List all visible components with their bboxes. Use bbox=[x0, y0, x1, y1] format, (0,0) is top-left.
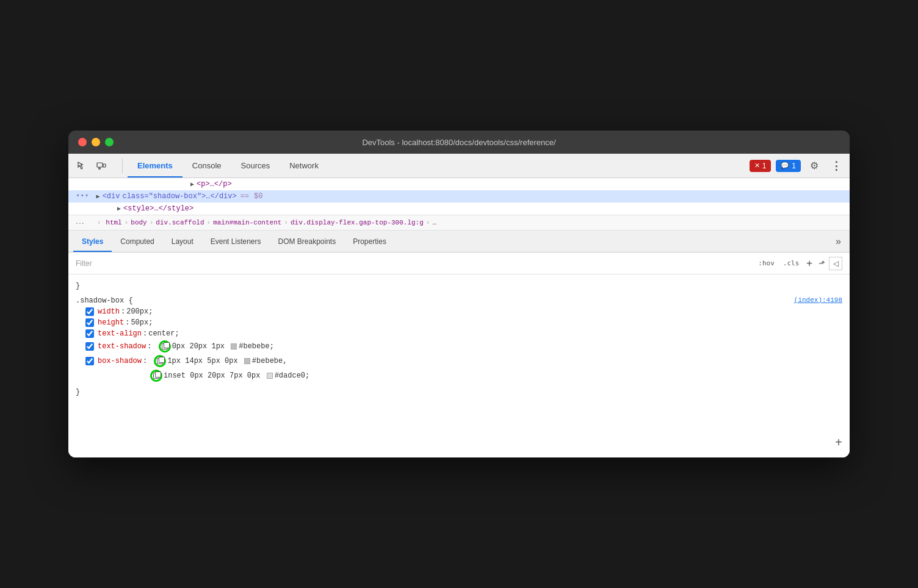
breadcrumb: ··· › html › body › div.scaffold › main#… bbox=[68, 215, 850, 231]
box-shadow-copy-icon-1[interactable] bbox=[154, 355, 166, 367]
dom-row[interactable]: ▶ <style>…</style> bbox=[68, 203, 850, 215]
tab-event-listeners[interactable]: Event Listeners bbox=[202, 231, 270, 252]
toolbar-divider bbox=[122, 159, 123, 173]
tab-console[interactable]: Console bbox=[183, 154, 231, 177]
window-title: DevTools - localhost:8080/docs/devtools/… bbox=[362, 138, 555, 147]
devtools-body: Elements Console Sources Network ✕ 1 bbox=[68, 154, 850, 457]
css-source-link[interactable]: (index):4198 bbox=[794, 296, 842, 304]
breadcrumb-div-scaffold[interactable]: div.scaffold bbox=[156, 219, 204, 226]
add-rule-button[interactable]: + bbox=[805, 257, 814, 269]
tab-elements[interactable]: Elements bbox=[128, 154, 183, 177]
maximize-button[interactable] bbox=[105, 138, 114, 146]
settings-icon[interactable]: ⚙ bbox=[806, 157, 823, 174]
toolbar-icons bbox=[73, 157, 110, 174]
text-shadow-swatch[interactable] bbox=[231, 343, 237, 350]
filter-bar: :hov .cls + ⬏ ◁ bbox=[68, 253, 850, 274]
breadcrumb-html[interactable]: html bbox=[106, 219, 121, 226]
breadcrumb-body[interactable]: body bbox=[131, 219, 146, 226]
rule-close-brace: } bbox=[76, 385, 842, 399]
more-options-icon[interactable]: ⋮ bbox=[828, 157, 845, 174]
message-icon: 💬 bbox=[781, 162, 789, 170]
dom-row-selected[interactable]: ••• ▶ <div class="shadow-box" >…</div> =… bbox=[68, 190, 850, 203]
css-rule-header: .shadow-box { (index):4198 bbox=[76, 293, 842, 306]
tab-computed[interactable]: Computed bbox=[112, 231, 162, 252]
toolbar-right: ✕ 1 💬 1 ⚙ ⋮ bbox=[750, 157, 845, 174]
tab-styles[interactable]: Styles bbox=[73, 231, 112, 252]
expand-arrow: ▶ bbox=[96, 193, 100, 200]
box-shadow-copy-icon-2[interactable] bbox=[150, 370, 162, 382]
box-shadow-checkbox[interactable] bbox=[85, 357, 94, 365]
message-count: 1 bbox=[792, 162, 796, 170]
css-property-width: width : 200px ; bbox=[76, 306, 842, 317]
tab-layout[interactable]: Layout bbox=[163, 231, 202, 252]
tab-dom-breakpoints[interactable]: DOM Breakpoints bbox=[269, 231, 344, 252]
css-property-text-align: text-align : center ; bbox=[76, 328, 842, 339]
breadcrumb-div-flex[interactable]: div.display-flex.gap-top-300.lg:g bbox=[291, 219, 424, 226]
css-property-text-shadow: text-shadow : 0px 20px 1px #bebebe ; bbox=[76, 339, 842, 354]
css-selector[interactable]: .shadow-box { bbox=[76, 296, 133, 305]
error-icon: ✕ bbox=[754, 162, 760, 170]
svg-rect-1 bbox=[103, 164, 106, 167]
box-shadow-swatch-1[interactable] bbox=[244, 358, 250, 364]
filter-buttons: :hov .cls + ⬏ ◁ bbox=[756, 257, 842, 270]
tabs-overflow-icon[interactable]: » bbox=[832, 236, 845, 247]
error-count: 1 bbox=[762, 162, 767, 170]
tab-sources[interactable]: Sources bbox=[231, 154, 280, 177]
devtools-window: DevTools - localhost:8080/docs/devtools/… bbox=[68, 131, 850, 457]
close-button[interactable] bbox=[78, 138, 87, 146]
tab-network[interactable]: Network bbox=[280, 154, 328, 177]
css-property-box-shadow-inset: inset 0px 20px 7px 0px #dadce0 ; bbox=[76, 368, 842, 383]
inspect-icon[interactable] bbox=[73, 157, 90, 174]
breadcrumb-main[interactable]: main#main-content bbox=[213, 219, 281, 226]
add-property-button[interactable]: + bbox=[835, 436, 842, 450]
width-checkbox[interactable] bbox=[85, 307, 94, 316]
tab-properties[interactable]: Properties bbox=[344, 231, 395, 252]
css-property-height: height : 50px ; bbox=[76, 317, 842, 328]
dom-row[interactable]: ▶ <p>…</p> bbox=[68, 178, 850, 190]
css-panel: } .shadow-box { (index):4198 width : 200… bbox=[68, 274, 850, 457]
panel-arrow-button[interactable]: ◁ bbox=[829, 257, 842, 270]
error-badge-button[interactable]: ✕ 1 bbox=[750, 160, 772, 172]
expand-arrow: ▶ bbox=[190, 181, 194, 188]
main-toolbar: Elements Console Sources Network ✕ 1 bbox=[68, 154, 850, 178]
css-panel-wrapper: } .shadow-box { (index):4198 width : 200… bbox=[68, 274, 850, 457]
text-align-checkbox[interactable] bbox=[85, 329, 94, 338]
breadcrumb-more[interactable]: … bbox=[432, 219, 436, 226]
style-panel-tabs: Styles Computed Layout Event Listeners D… bbox=[68, 231, 850, 253]
dom-panel: ▶ <p>…</p> ••• ▶ <div class="shadow-box"… bbox=[68, 178, 850, 215]
height-checkbox[interactable] bbox=[85, 318, 94, 327]
titlebar: DevTools - localhost:8080/docs/devtools/… bbox=[68, 131, 850, 154]
prev-rule-close: } bbox=[76, 279, 842, 293]
svg-rect-0 bbox=[97, 163, 103, 167]
filter-input[interactable] bbox=[76, 259, 756, 268]
hov-button[interactable]: :hov bbox=[756, 258, 777, 268]
traffic-lights bbox=[78, 138, 114, 146]
css-property-box-shadow: box-shadow : 1px 14px 5px 0px #bebebe, bbox=[76, 354, 842, 368]
expand-arrow: ▶ bbox=[117, 205, 121, 212]
message-badge-button[interactable]: 💬 1 bbox=[776, 160, 801, 172]
text-shadow-checkbox[interactable] bbox=[85, 342, 94, 351]
minimize-button[interactable] bbox=[92, 138, 100, 146]
text-shadow-copy-icon[interactable] bbox=[159, 340, 171, 353]
box-shadow-swatch-2[interactable] bbox=[267, 373, 273, 379]
cls-button[interactable]: .cls bbox=[781, 258, 802, 268]
main-tabs: Elements Console Sources Network bbox=[128, 154, 750, 177]
device-icon[interactable] bbox=[93, 157, 110, 174]
